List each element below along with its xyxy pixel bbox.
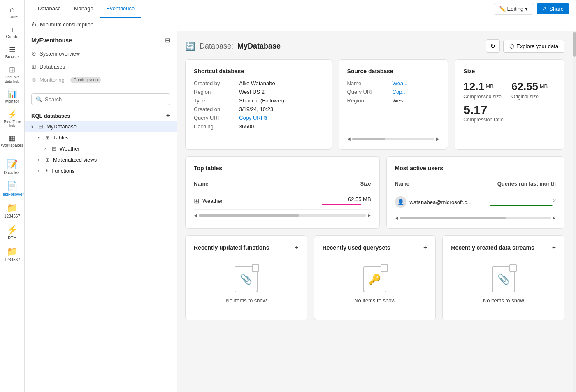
nav-item-browse[interactable]: ☰ Browse bbox=[1, 44, 24, 62]
chevron-down-icon: ▾ bbox=[525, 6, 528, 12]
nav-item-home[interactable]: ⌂ Home bbox=[1, 3, 24, 22]
add-kql-button[interactable]: + bbox=[166, 112, 170, 119]
tab-manage[interactable]: Manage bbox=[67, 0, 100, 18]
scroll-track bbox=[400, 217, 551, 219]
source-database-card: Source database Name Wea... Query URI Co… bbox=[339, 59, 448, 150]
functions-empty-area: 📎 No items to show bbox=[194, 258, 299, 312]
monitoring-badge: Coming soon bbox=[70, 77, 101, 83]
explore-button[interactable]: ⬡ Explore your data bbox=[503, 40, 564, 53]
scroll-right-btn[interactable]: ▶ bbox=[436, 137, 439, 141]
scroll-thumb-v[interactable] bbox=[573, 32, 576, 57]
querysets-card-header: Recently used querysets + bbox=[323, 244, 427, 251]
edit-icon: ✏️ bbox=[499, 6, 506, 12]
scroll-thumb bbox=[199, 214, 299, 217]
recently-functions-card: Recently updated functions + 📎 No items … bbox=[185, 235, 307, 320]
add-function-button[interactable]: + bbox=[295, 244, 298, 251]
user-progress-bar bbox=[490, 205, 553, 206]
more-icon: ··· bbox=[9, 379, 15, 386]
add-stream-button[interactable]: + bbox=[552, 244, 556, 251]
sidebar-item-system-overview[interactable]: ⊙ System overview bbox=[25, 47, 177, 60]
folder-b-icon: 📁 bbox=[7, 247, 18, 256]
scroll-left-btn[interactable]: ◀ bbox=[395, 216, 398, 220]
scroll-track bbox=[199, 214, 366, 217]
search-input[interactable] bbox=[45, 96, 165, 102]
explore-icon: ⬡ bbox=[509, 43, 514, 49]
nav-item-testfollower[interactable]: 📄 TestFollower bbox=[1, 179, 24, 199]
nav-item-1234567a[interactable]: 📁 1234567 bbox=[1, 201, 24, 221]
source-name-link[interactable]: Wea... bbox=[393, 80, 408, 86]
nav-item-create[interactable]: ＋ Create bbox=[1, 23, 24, 42]
copy-uri-link[interactable]: Copy URI ⧉ bbox=[239, 115, 267, 121]
recently-querysets-card: Recently used querysets + 🔑 No items to … bbox=[314, 235, 436, 320]
source-info-name: Name Wea... bbox=[347, 80, 440, 86]
chevron-right-icon: › bbox=[38, 169, 44, 173]
share-button[interactable]: ↗ Share bbox=[537, 3, 569, 14]
most-active-users-card: Most active users Name Queries run last … bbox=[386, 156, 564, 229]
folder-a-icon: 📁 bbox=[7, 204, 18, 213]
compressed-size: 12.1 MB Compressed size bbox=[463, 80, 502, 100]
nav-item-rth[interactable]: ⚡ RTH bbox=[1, 223, 24, 243]
source-scroll-indicator[interactable]: ◀ ▶ bbox=[347, 137, 440, 141]
functions-card-header: Recently updated functions + bbox=[194, 244, 299, 251]
add-queryset-button[interactable]: + bbox=[423, 244, 427, 251]
querysets-empty-area: 🔑 No items to show bbox=[323, 258, 427, 312]
scroll-left-btn[interactable]: ◀ bbox=[347, 137, 351, 141]
progress-bar-container bbox=[322, 204, 371, 205]
chevron-down-icon: ▾ bbox=[31, 124, 37, 129]
scroll-right-btn[interactable]: ▶ bbox=[368, 213, 371, 218]
nav-divider bbox=[4, 154, 21, 154]
sidebar-divider bbox=[31, 88, 170, 88]
search-box[interactable]: 🔍 bbox=[31, 93, 170, 105]
nav-item-workspaces[interactable]: ▦ Workspaces bbox=[1, 132, 24, 151]
table-row[interactable]: ⊞ Weather 62.55 MB bbox=[194, 192, 371, 210]
nav-item-realtime[interactable]: ⚡ Real-Time hub bbox=[1, 108, 24, 131]
source-query-uri-link[interactable]: Cop... bbox=[393, 89, 407, 95]
materialized-views-icon: ⊞ bbox=[45, 157, 50, 163]
chevron-right-icon: › bbox=[44, 146, 50, 151]
nav-item-docstest[interactable]: 📝 DocsTest bbox=[1, 158, 24, 178]
user-row[interactable]: 👤 watanabea@microsoft.c... 2 bbox=[395, 192, 556, 212]
databases-icon: ⊞ bbox=[31, 63, 36, 70]
nav-item-monitor[interactable]: 📊 Monitor bbox=[1, 88, 24, 107]
main-panel: 🔄 Database: MyDatabase ↻ ⬡ Explore your … bbox=[177, 31, 573, 392]
tab-database[interactable]: Database bbox=[31, 0, 67, 18]
nav-item-onelake[interactable]: ⊞ OneLake data hub bbox=[1, 64, 24, 86]
tables-scroll[interactable]: ◀ ▶ bbox=[194, 213, 371, 218]
progress-bar bbox=[322, 204, 361, 205]
eventhouse-title: MyEventhouse bbox=[31, 37, 72, 44]
tree-item-tables[interactable]: ▾ ⊞ Tables bbox=[25, 132, 177, 143]
info-created-on: Created on 3/19/24, 10:23 bbox=[194, 106, 323, 112]
scroll-left-btn[interactable]: ◀ bbox=[194, 213, 197, 218]
info-created-by: Created by Aiko Watanabe bbox=[194, 80, 323, 86]
collapse-icon[interactable]: ⊟ bbox=[165, 37, 170, 44]
scroll-right-btn[interactable]: ▶ bbox=[553, 216, 556, 220]
tree-item-functions[interactable]: › ƒ Functions bbox=[25, 165, 177, 176]
cards-row-3: Recently updated functions + 📎 No items … bbox=[185, 235, 564, 320]
nav-item-more[interactable]: ··· bbox=[1, 376, 24, 389]
home-icon: ⌂ bbox=[10, 6, 14, 13]
weather-table-icon: ⊞ bbox=[52, 146, 56, 152]
tree-item-materialized-views[interactable]: › ⊞ Materialized views bbox=[25, 154, 177, 165]
users-scroll[interactable]: ◀ ▶ bbox=[395, 216, 556, 220]
user-avatar: 👤 bbox=[395, 196, 406, 208]
share-icon: ↗ bbox=[542, 6, 547, 12]
system-overview-icon: ⊙ bbox=[31, 50, 36, 57]
chevron-down-icon: ▾ bbox=[38, 135, 44, 140]
nav-item-1234567b[interactable]: 📁 1234567 bbox=[1, 245, 24, 265]
tree-item-mydatabase[interactable]: ▾ ⊟ MyDatabase bbox=[25, 121, 177, 132]
sidebar-item-databases[interactable]: ⊞ Databases bbox=[25, 60, 177, 73]
cards-row-2: Top tables Name Size ⊞ Weather 62.55 MB bbox=[185, 156, 564, 229]
gauge-icon: ⏱ bbox=[31, 21, 37, 28]
kql-databases-header: KQL databases + bbox=[25, 109, 177, 121]
tab-eventhouse[interactable]: Eventhouse bbox=[100, 0, 142, 18]
scroll-thumb bbox=[400, 217, 506, 219]
sidebar-item-monitoring: ⊚ Monitoring Coming soon bbox=[25, 73, 177, 86]
tree-item-weather[interactable]: › ⊞ Weather bbox=[25, 143, 177, 154]
compression-ratio: 5.17 Compression ratio bbox=[463, 103, 556, 123]
refresh-button[interactable]: ↻ bbox=[486, 39, 500, 53]
scroll-thumb bbox=[352, 138, 385, 140]
docstest-icon: 📝 bbox=[7, 160, 18, 169]
vertical-scrollbar[interactable] bbox=[573, 31, 576, 392]
editing-button[interactable]: ✏️ Editing ▾ bbox=[494, 3, 534, 15]
database-main-icon: 🔄 bbox=[185, 41, 195, 51]
